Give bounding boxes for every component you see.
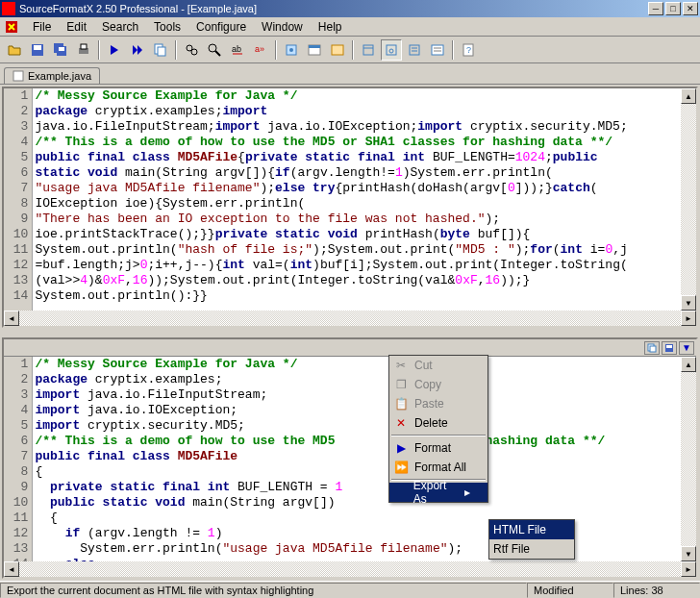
app-menu-icon bbox=[4, 19, 19, 35]
splitter[interactable] bbox=[0, 330, 700, 336]
editor-options-button[interactable] bbox=[327, 39, 348, 61]
format-icon: ▶ bbox=[393, 441, 409, 455]
context-menu: ✂Cut ❐Copy 📋Paste ✕Delete ▶Format ⏩Forma… bbox=[388, 355, 488, 503]
svg-rect-7 bbox=[81, 44, 87, 49]
submenu-rtf-file[interactable]: Rtf File bbox=[489, 539, 574, 559]
svg-point-11 bbox=[191, 49, 197, 55]
replace-button[interactable]: ab bbox=[227, 39, 248, 61]
svg-rect-28 bbox=[432, 45, 443, 55]
code-editor-bottom[interactable]: 1 2 3 4 5 6 7 8 9 10 11 12 13 14 /* Mess… bbox=[4, 357, 696, 561]
menu-file[interactable]: File bbox=[25, 18, 59, 36]
gutter-top: 1 2 3 4 5 6 7 8 9 10 11 12 13 14 bbox=[4, 88, 33, 311]
find-button[interactable] bbox=[181, 39, 202, 61]
code-lines-bottom[interactable]: /* Messy Source Example for Java */packa… bbox=[33, 357, 696, 561]
hscroll-bottom[interactable]: ◄► bbox=[4, 561, 696, 577]
status-modified: Modified bbox=[527, 583, 613, 598]
save-button[interactable] bbox=[27, 39, 48, 61]
gutter-bottom: 1 2 3 4 5 6 7 8 9 10 11 12 13 14 bbox=[4, 357, 33, 561]
file-icon bbox=[12, 70, 24, 82]
tool3-button[interactable] bbox=[404, 39, 425, 61]
menu-tools[interactable]: Tools bbox=[146, 18, 188, 36]
play-all-button[interactable] bbox=[127, 39, 148, 61]
tool2-button[interactable] bbox=[381, 39, 402, 61]
save-all-button[interactable] bbox=[50, 39, 71, 61]
svg-rect-2 bbox=[34, 45, 41, 50]
hscroll-top[interactable]: ◄► bbox=[4, 311, 696, 326]
svg-point-12 bbox=[209, 44, 216, 52]
menu-configure[interactable]: Configure bbox=[188, 18, 254, 36]
maximize-button[interactable]: □ bbox=[665, 2, 681, 15]
vscroll-bottom[interactable]: ▲▼ bbox=[681, 357, 696, 561]
ctx-copy[interactable]: ❐Copy bbox=[389, 375, 488, 394]
vscroll-top[interactable]: ▲▼ bbox=[681, 88, 696, 311]
svg-rect-37 bbox=[666, 345, 672, 348]
submenu-arrow-icon: ▸ bbox=[464, 486, 470, 499]
svg-rect-33 bbox=[13, 71, 23, 81]
delete-icon: ✕ bbox=[393, 416, 409, 430]
menu-window[interactable]: Window bbox=[254, 18, 311, 36]
ctx-delete[interactable]: ✕Delete bbox=[389, 413, 488, 433]
options-button[interactable] bbox=[281, 39, 302, 61]
menu-bar: File Edit Search Tools Configure Window … bbox=[0, 17, 700, 37]
status-lines: Lines: 38 bbox=[613, 583, 700, 598]
tool1-button[interactable] bbox=[358, 39, 379, 61]
svg-line-13 bbox=[215, 51, 220, 56]
svg-rect-9 bbox=[158, 47, 165, 56]
format-all-icon: ⏩ bbox=[393, 461, 409, 474]
code-lines-top[interactable]: /* Messy Source Example for Java */packa… bbox=[33, 88, 696, 311]
bottom-pane-header: ▼ bbox=[4, 339, 696, 357]
paste-icon: 📋 bbox=[393, 397, 409, 411]
cut-icon: ✂ bbox=[393, 359, 409, 372]
svg-rect-5 bbox=[59, 47, 64, 51]
menu-search[interactable]: Search bbox=[94, 18, 146, 36]
app-icon bbox=[2, 2, 15, 15]
status-hint: Export the current document as HTML file… bbox=[0, 583, 527, 598]
menu-edit[interactable]: Edit bbox=[59, 18, 94, 36]
menu-help[interactable]: Help bbox=[311, 18, 350, 36]
svg-text:?: ? bbox=[466, 45, 471, 55]
export-submenu: HTML File Rtf File bbox=[488, 519, 575, 560]
title-bar: SourceFormatX 2.50 Professional - [Examp… bbox=[0, 0, 700, 17]
ctx-cut[interactable]: ✂Cut bbox=[389, 356, 488, 375]
editor-top-pane: 1 2 3 4 5 6 7 8 9 10 11 12 13 14 /* Mess… bbox=[2, 87, 698, 328]
find-next-button[interactable] bbox=[204, 39, 225, 61]
toolbar: ab a» ? bbox=[0, 37, 700, 63]
svg-rect-20 bbox=[332, 45, 343, 55]
tab-example-java[interactable]: Example.java bbox=[4, 67, 100, 84]
svg-point-24 bbox=[389, 49, 393, 53]
editor-bottom-pane: ▼ 1 2 3 4 5 6 7 8 9 10 11 12 13 14 /* Me… bbox=[2, 337, 698, 579]
svg-rect-21 bbox=[363, 45, 373, 55]
pane-save-button[interactable] bbox=[662, 341, 677, 355]
open-button[interactable] bbox=[4, 39, 25, 61]
play-button[interactable] bbox=[104, 39, 125, 61]
svg-text:ab: ab bbox=[232, 44, 241, 54]
language-button[interactable] bbox=[304, 39, 325, 61]
svg-rect-35 bbox=[650, 346, 656, 352]
tab-bar: Example.java bbox=[0, 63, 700, 85]
pane-copy-button[interactable] bbox=[644, 341, 660, 355]
goto-button[interactable]: a» bbox=[250, 39, 271, 61]
svg-rect-25 bbox=[410, 45, 419, 55]
minimize-button[interactable]: ─ bbox=[648, 2, 663, 15]
pane-dropdown-button[interactable]: ▼ bbox=[679, 341, 694, 355]
help-button[interactable]: ? bbox=[458, 39, 479, 61]
ctx-paste[interactable]: 📋Paste bbox=[389, 394, 488, 413]
window-title: SourceFormatX 2.50 Professional - [Examp… bbox=[19, 3, 648, 14]
close-button[interactable]: ✕ bbox=[683, 2, 698, 15]
tool4-button[interactable] bbox=[427, 39, 448, 61]
copy-button[interactable] bbox=[150, 39, 171, 61]
status-bar: Export the current document as HTML file… bbox=[0, 581, 700, 598]
copy-icon: ❐ bbox=[393, 378, 409, 391]
submenu-html-file[interactable]: HTML File bbox=[489, 520, 574, 539]
svg-text:a»: a» bbox=[255, 44, 264, 54]
svg-point-17 bbox=[289, 48, 293, 52]
ctx-format-all[interactable]: ⏩Format All bbox=[389, 458, 488, 477]
svg-rect-19 bbox=[309, 45, 320, 48]
ctx-separator-1 bbox=[391, 435, 486, 436]
tab-label: Example.java bbox=[28, 70, 91, 82]
ctx-format[interactable]: ▶Format bbox=[389, 438, 488, 458]
code-editor-top[interactable]: 1 2 3 4 5 6 7 8 9 10 11 12 13 14 /* Mess… bbox=[4, 88, 696, 311]
ctx-export-as[interactable]: Export As▸ bbox=[389, 483, 488, 502]
print-button[interactable] bbox=[73, 39, 94, 61]
